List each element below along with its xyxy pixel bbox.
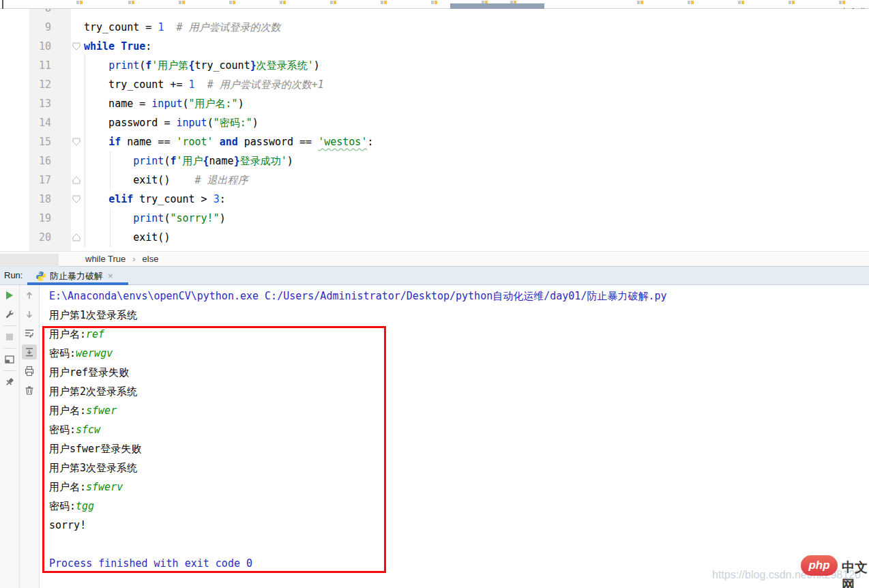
editor-tab-icon[interactable] xyxy=(688,1,694,4)
code-line[interactable]: try_count = 1 # 用户尝试登录的次数 xyxy=(84,18,869,37)
editor-tab-icon[interactable] xyxy=(330,1,336,4)
line-number[interactable]: 13 xyxy=(29,94,71,113)
trash-icon[interactable] xyxy=(24,385,35,396)
editor-tab-icon[interactable] xyxy=(128,1,134,4)
run-console-panel: E:\Anaconda\envs\openCV\python.exe C:/Us… xyxy=(0,285,869,588)
toolbar-divider xyxy=(3,348,16,349)
down-arrow-icon[interactable] xyxy=(24,309,35,320)
gutter-numbers[interactable]: 89101112131415161718192021 xyxy=(29,9,71,251)
rerun-icon[interactable] xyxy=(4,290,15,301)
fold-down-icon[interactable] xyxy=(72,42,81,51)
console-line xyxy=(49,535,869,554)
editor-tab-icon[interactable] xyxy=(637,1,643,4)
code-line[interactable]: try_count += 1 # 用户尝试登录的次数+1 xyxy=(84,75,869,94)
console-line: 用户名:ref xyxy=(49,325,869,344)
fold-down-icon[interactable] xyxy=(72,137,81,147)
line-number[interactable]: 19 xyxy=(29,209,71,228)
editor-tab-icon[interactable] xyxy=(179,1,185,4)
run-label: Run: xyxy=(4,270,23,280)
toolbar-divider xyxy=(3,370,16,371)
code-line[interactable]: password = input("密码:") xyxy=(84,113,869,132)
close-icon[interactable]: × xyxy=(108,271,113,281)
pycharm-window: 1 p E xyxy=(0,0,869,588)
fold-down-icon[interactable] xyxy=(72,194,81,204)
code-line[interactable]: if name == 'root' and password == 'westo… xyxy=(84,132,869,151)
console-line: 用户第1次登录系统 xyxy=(49,306,869,325)
soft-wrap-icon[interactable] xyxy=(24,327,35,338)
line-number[interactable]: 20 xyxy=(29,228,71,247)
editor[interactable]: 89101112131415161718192021 try_count = 1… xyxy=(0,9,869,251)
console-line: 用户名:sfwerv xyxy=(49,477,869,497)
php-logo-suffix: 中文网 xyxy=(842,559,869,588)
console-line: sorry! xyxy=(49,516,869,535)
console-line: 密码:sfcw xyxy=(49,420,869,439)
editor-tab-icon[interactable] xyxy=(839,1,845,4)
line-number[interactable]: 12 xyxy=(29,75,71,94)
editor-tab-icon[interactable] xyxy=(76,1,83,4)
console-line: E:\Anaconda\envs\openCV\python.exe C:/Us… xyxy=(49,286,869,306)
console-line: 密码:tgg xyxy=(49,497,869,516)
line-number[interactable]: 11 xyxy=(29,56,71,75)
breadcrumb: while True › else xyxy=(0,251,869,267)
console-line: 用户名:sfwer xyxy=(49,401,869,420)
run-tab-title: 防止暴力破解 xyxy=(50,270,103,282)
line-number[interactable]: 18 xyxy=(29,190,71,209)
run-toolwindow-header: Run: 防止暴力破解 × xyxy=(0,267,869,285)
code-line[interactable] xyxy=(84,9,869,18)
editor-tab-icon[interactable] xyxy=(789,1,795,4)
scroll-to-end-icon[interactable] xyxy=(24,347,35,357)
console-line: 用户ref登录失败 xyxy=(49,363,869,382)
line-number[interactable]: 17 xyxy=(29,171,71,190)
code-line[interactable]: name = input("用户名:") xyxy=(84,94,869,113)
editor-tab-icon[interactable] xyxy=(431,1,437,4)
toolbar-divider xyxy=(39,285,40,588)
fold-up-icon[interactable] xyxy=(72,175,81,185)
stop-icon xyxy=(4,332,15,342)
code-line[interactable]: exit() xyxy=(84,228,869,247)
watermark-url: https://blog.csdn.net/nk298120 xyxy=(712,569,861,581)
editor-tab-icon[interactable] xyxy=(738,1,744,4)
code-line[interactable]: print(f'用户第{try_count}次登录系统') xyxy=(84,56,869,75)
line-number[interactable]: 10 xyxy=(29,37,71,56)
editor-tab-icon[interactable] xyxy=(381,1,387,4)
breadcrumb-while[interactable]: while True xyxy=(85,254,126,264)
line-number[interactable]: 16 xyxy=(29,151,71,171)
toolbar-divider xyxy=(19,285,20,588)
line-number[interactable]: 15 xyxy=(29,132,71,151)
breadcrumb-else[interactable]: else xyxy=(143,254,159,264)
console-line: 用户sfwer登录失败 xyxy=(49,439,869,458)
wrench-icon[interactable] xyxy=(4,309,15,320)
line-number[interactable]: 9 xyxy=(29,18,71,37)
active-editor-tab[interactable] xyxy=(450,3,544,9)
python-icon xyxy=(35,271,46,282)
line-number[interactable]: 14 xyxy=(29,113,71,132)
fold-up-icon[interactable] xyxy=(72,233,81,242)
php-logo: php xyxy=(801,555,838,576)
line-number[interactable]: 8 xyxy=(29,9,71,18)
editor-tab-icon[interactable] xyxy=(229,1,235,4)
restore-layout-icon[interactable] xyxy=(4,354,15,365)
code-line[interactable]: print(f'用户{name}登录成功') xyxy=(84,151,869,171)
up-arrow-icon[interactable] xyxy=(24,290,35,301)
pin-icon[interactable] xyxy=(4,377,15,387)
console-line: 用户第2次登录系统 xyxy=(49,382,869,401)
php-logo-text: php xyxy=(808,559,829,572)
breadcrumb-separator-icon: › xyxy=(132,254,135,264)
editor-tab-bar[interactable] xyxy=(0,0,869,9)
code-line[interactable]: elif try_count > 3: xyxy=(84,190,869,209)
editor-tab-icon[interactable] xyxy=(280,1,286,4)
console-output[interactable]: E:\Anaconda\envs\openCV\python.exe C:/Us… xyxy=(49,286,869,573)
project-panel-scroll-stub xyxy=(0,254,59,267)
console-line: 密码:werwgv xyxy=(49,344,869,363)
code-line[interactable]: exit() # 退出程序 xyxy=(84,171,869,190)
code-lines: try_count = 1 # 用户尝试登录的次数while True: pri… xyxy=(84,9,869,251)
toolbar-divider xyxy=(3,325,16,326)
code-line[interactable]: while True: xyxy=(84,37,869,56)
console-line: 用户第3次登录系统 xyxy=(49,458,869,477)
code-line[interactable]: print("sorry!") xyxy=(84,209,869,228)
print-icon[interactable] xyxy=(24,366,35,377)
